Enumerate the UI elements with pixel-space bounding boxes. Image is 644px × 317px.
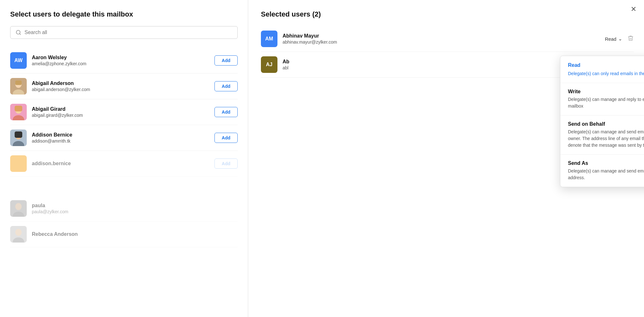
user-email: amelia@zphone.zylker.com (32, 61, 214, 66)
add-button[interactable]: Add (214, 107, 238, 117)
user-name: addison.bernice (32, 161, 214, 166)
user-email: abhinav.mayur@zylker.com (283, 39, 605, 45)
user-info: Addison Bernice addison@amrrith.tk (32, 132, 214, 144)
left-panel-title: Select users to delegate this mailbox (10, 10, 238, 18)
user-email: abigail.girard@zylker.com (32, 113, 214, 118)
avatar (10, 104, 27, 120)
list-item: Rebecca Anderson (10, 222, 238, 247)
list-item: paula paula@zylker.com (10, 196, 238, 222)
dropdown-item-header: Send on Behalf (568, 121, 644, 127)
right-panel: Selected users (2) AM Abhinav Mayur abhi… (248, 0, 644, 317)
user-email: abigail.anderson@zylker.com (32, 87, 214, 92)
svg-line-1 (19, 33, 20, 34)
dropdown-item-header: Read ✓ (568, 62, 644, 69)
dropdown-item-title: Send on Behalf (568, 121, 605, 127)
dropdown-item-send-as[interactable]: Send As Delegate(s) can manage and send … (560, 155, 644, 187)
dropdown-item-title: Read (568, 62, 580, 68)
selected-user-row: AM Abhinav Mayur abhinav.mayur@zylker.co… (261, 26, 634, 52)
svg-point-18 (15, 229, 22, 236)
dropdown-item-header: Send As (568, 160, 644, 166)
left-panel: Select users to delegate this mailbox AW… (0, 0, 248, 317)
user-info: addison.bernice (32, 161, 214, 166)
user-list: AW Aaron Welsley amelia@zphone.zylker.co… (10, 48, 238, 317)
delegate-mailbox-modal: ✕ Select users to delegate this mailbox … (0, 0, 644, 317)
add-button[interactable]: Add (214, 158, 238, 169)
user-name: Abigail Anderson (32, 81, 214, 86)
avatar: AJ (261, 56, 277, 73)
chevron-down-icon: ⌄ (618, 36, 622, 42)
search-input[interactable] (24, 30, 232, 35)
user-info: Abhinav Mayur abhinav.mayur@zylker.com (283, 33, 605, 45)
close-button[interactable]: ✕ (631, 5, 636, 13)
dropdown-item-description: Delegate(s) can only read emails in the … (568, 70, 644, 77)
right-panel-title: Selected users (2) (261, 10, 634, 18)
svg-rect-13 (15, 131, 22, 138)
list-item: addison.bernice Add (10, 151, 238, 177)
user-name: Ab (283, 59, 605, 65)
dropdown-item-description: Delegate(s) can manage and send emails o… (568, 129, 644, 149)
user-info: Abigail Girard abigail.girard@zylker.com (32, 106, 214, 118)
svg-rect-9 (15, 106, 22, 111)
avatar (10, 226, 27, 243)
avatar: AW (10, 52, 27, 69)
search-icon (16, 30, 21, 35)
modal-body: Select users to delegate this mailbox AW… (0, 0, 644, 317)
dropdown-item-title: Write (568, 89, 581, 95)
list-item: Abigail Girard abigail.girard@zylker.com… (10, 99, 238, 125)
user-name: Abhinav Mayur (283, 33, 605, 39)
user-name: Abigail Girard (32, 106, 214, 112)
dropdown-item-title: Send As (568, 160, 588, 166)
user-name: paula (32, 203, 238, 208)
dropdown-item-read[interactable]: Read ✓ Delegate(s) can only read emails … (560, 56, 644, 83)
list-item: Abigail Anderson abigail.anderson@zylker… (10, 74, 238, 99)
avatar: AM (261, 31, 277, 47)
trash-icon (627, 35, 634, 41)
dropdown-item-description: Delegate(s) can manage and reply to emai… (568, 96, 644, 109)
dropdown-item-send-on-behalf[interactable]: Send on Behalf Delegate(s) can manage an… (560, 116, 644, 155)
add-button[interactable]: Add (214, 133, 238, 143)
avatar (10, 78, 27, 95)
dropdown-item-description: Delegate(s) can manage and send emails u… (568, 168, 644, 181)
user-info: Aaron Welsley amelia@zphone.zylker.com (32, 55, 214, 66)
svg-point-15 (15, 203, 22, 210)
user-info: paula paula@zylker.com (32, 203, 238, 214)
list-item: Addison Bernice addison@amrrith.tk Add (10, 125, 238, 151)
search-box (10, 26, 238, 39)
user-info: Rebecca Anderson (32, 231, 238, 237)
user-email: paula@zylker.com (32, 209, 238, 214)
dropdown-item-header: Write (568, 89, 644, 95)
permission-dropdown-button[interactable]: Read ⌄ (605, 36, 622, 42)
user-info: Abigail Anderson abigail.anderson@zylker… (32, 81, 214, 92)
permission-dropdown: Read ✓ Delegate(s) can only read emails … (560, 56, 644, 187)
user-email: abl (283, 65, 605, 70)
avatar (10, 130, 27, 146)
avatar (10, 200, 27, 217)
dropdown-item-write[interactable]: Write Delegate(s) can manage and reply t… (560, 83, 644, 116)
add-button[interactable]: Add (214, 55, 238, 66)
avatar (10, 155, 27, 172)
user-name: Rebecca Anderson (32, 231, 238, 237)
add-button[interactable]: Add (214, 81, 238, 91)
user-name: Aaron Welsley (32, 55, 214, 60)
user-email: addison@amrrith.tk (32, 138, 214, 144)
svg-rect-5 (15, 81, 22, 85)
user-name: Addison Bernice (32, 132, 214, 138)
permission-label: Read (605, 36, 616, 42)
list-item: AW Aaron Welsley amelia@zphone.zylker.co… (10, 48, 238, 74)
delete-button[interactable] (627, 35, 634, 43)
user-info: Ab abl (283, 59, 605, 70)
